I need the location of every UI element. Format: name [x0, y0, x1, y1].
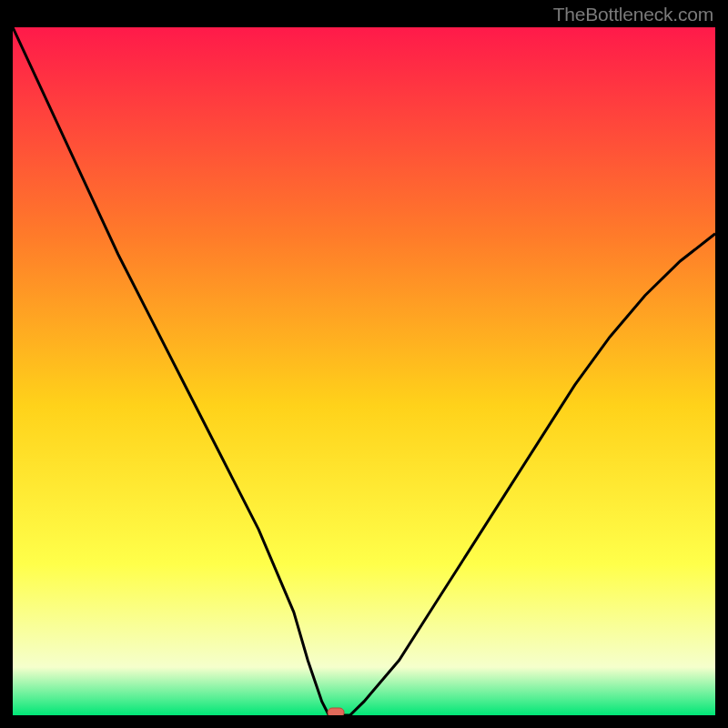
- plot-background: [13, 27, 715, 715]
- attribution-label: TheBottleneck.com: [553, 4, 713, 25]
- chart-frame: TheBottleneck.com: [0, 0, 728, 728]
- plot-svg: [13, 27, 715, 715]
- optimum-marker: [328, 708, 344, 715]
- bottleneck-plot: [13, 27, 715, 715]
